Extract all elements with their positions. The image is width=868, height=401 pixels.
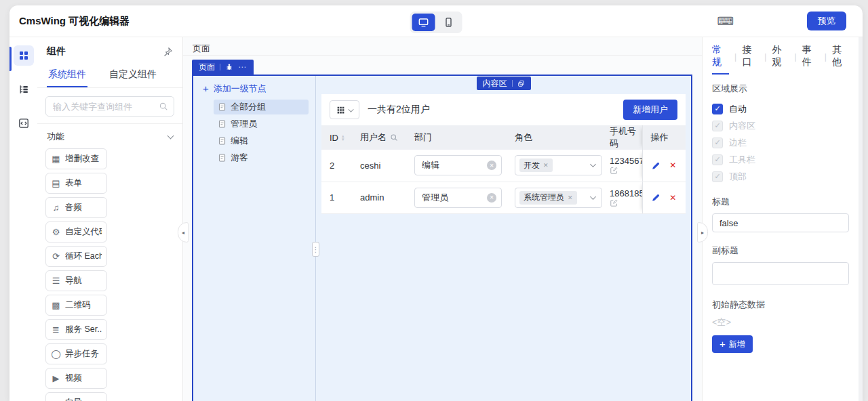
component-item[interactable]: ▶ 视频 bbox=[45, 368, 107, 389]
components-tabs: 系统组件 自定义组件 bbox=[37, 64, 182, 88]
tab-api[interactable]: 接口 bbox=[742, 44, 759, 75]
device-mobile-button[interactable] bbox=[437, 14, 460, 31]
canvas-area-label: 页面 bbox=[183, 37, 702, 56]
column-settings-button[interactable] bbox=[330, 100, 359, 119]
service-icon: ≣ bbox=[51, 324, 61, 335]
role-select[interactable]: 开发 bbox=[515, 155, 602, 175]
monitor-icon bbox=[418, 17, 429, 28]
role-tag: 开发 bbox=[519, 159, 553, 172]
tab-appearance[interactable]: 外观 bbox=[772, 44, 789, 75]
tree-item[interactable]: 游客 bbox=[214, 150, 309, 165]
content-area-badge[interactable]: 内容区 bbox=[477, 77, 531, 90]
edit-cell-icon[interactable] bbox=[610, 198, 642, 207]
editor-window: CmsWing 可视化编辑器 ⌨ 预览 bbox=[9, 5, 863, 401]
component-item[interactable]: ≔ 向导 bbox=[45, 392, 107, 401]
title-input[interactable] bbox=[712, 213, 849, 232]
department-input[interactable] bbox=[415, 192, 476, 203]
page-tabstrip: 页面 ⋯ bbox=[183, 56, 702, 75]
area-display-options: 自动 内容区 边栏 工具栏 bbox=[712, 100, 849, 185]
edit-row-icon[interactable] bbox=[651, 193, 660, 203]
delete-row-icon[interactable] bbox=[669, 193, 676, 203]
tree-item[interactable]: 全部分组 bbox=[214, 100, 309, 114]
tab-system-components[interactable]: 系统组件 bbox=[47, 64, 87, 87]
tab-other[interactable]: 其他 bbox=[832, 44, 849, 75]
app-title: CmsWing 可视化编辑器 bbox=[19, 15, 130, 28]
component-item[interactable]: ◯ 异步任务 bbox=[45, 343, 107, 364]
topbar: CmsWing 可视化编辑器 ⌨ 预览 bbox=[9, 5, 863, 37]
rail-item-outline[interactable] bbox=[14, 79, 34, 100]
edit-cell-icon[interactable] bbox=[610, 166, 642, 175]
checkbox[interactable] bbox=[712, 104, 723, 114]
component-item[interactable]: ▦ 增删改查 bbox=[45, 148, 107, 169]
department-field bbox=[414, 188, 502, 208]
chevron-down-icon bbox=[590, 161, 596, 167]
clear-icon[interactable] bbox=[487, 161, 496, 170]
group-tree-pane: 添加一级节点 全部分组 管理员 bbox=[193, 76, 316, 401]
checkbox-option: 顶部 bbox=[712, 168, 849, 185]
department-input[interactable] bbox=[415, 161, 476, 171]
pin-icon[interactable] bbox=[163, 47, 173, 57]
rail-item-code[interactable] bbox=[14, 113, 34, 133]
checkbox bbox=[712, 121, 723, 131]
checkbox bbox=[712, 138, 723, 148]
keyboard-shortcuts-icon[interactable]: ⌨ bbox=[717, 14, 734, 28]
component-item[interactable]: ♫ 音频 bbox=[45, 197, 107, 218]
checkbox bbox=[712, 171, 723, 182]
document-icon bbox=[218, 153, 226, 163]
table-row: 1 admin 系统管理员 186818510 bbox=[321, 182, 686, 213]
plus-icon bbox=[719, 339, 726, 350]
section-header-features[interactable]: 功能 bbox=[37, 125, 182, 147]
device-desktop-button[interactable] bbox=[412, 14, 435, 31]
role-tag: 系统管理员 bbox=[519, 191, 577, 205]
add-root-node-button[interactable]: 添加一级节点 bbox=[193, 83, 315, 95]
table-row: 2 ceshi 开发 12345678 bbox=[321, 150, 686, 182]
clear-icon[interactable] bbox=[487, 193, 496, 203]
component-search-input[interactable] bbox=[45, 96, 174, 117]
tree-item[interactable]: 编辑 bbox=[214, 133, 309, 148]
sort-icon[interactable] bbox=[342, 134, 344, 141]
table-body: 2 ceshi 开发 12345678 1 bbox=[321, 150, 686, 213]
subtitle-input[interactable] bbox=[712, 262, 849, 285]
component-item[interactable]: ▤ 表单 bbox=[45, 173, 107, 194]
edit-row-icon[interactable] bbox=[651, 161, 660, 171]
tab-general[interactable]: 常规 bbox=[712, 44, 729, 75]
role-select[interactable]: 系统管理员 bbox=[515, 188, 602, 208]
video-icon: ▶ bbox=[51, 373, 61, 383]
left-rail bbox=[9, 37, 37, 401]
async-task-icon: ◯ bbox=[51, 349, 61, 359]
add-user-button[interactable]: 新增用户 bbox=[623, 100, 677, 120]
page-component-frame: 添加一级节点 全部分组 管理员 bbox=[192, 75, 692, 401]
active-rail-indicator bbox=[9, 47, 12, 71]
collapse-left-handle[interactable]: ◂ bbox=[178, 222, 189, 242]
nav-icon: ☰ bbox=[51, 276, 61, 286]
component-item[interactable]: ≣ 服务 Ser... bbox=[45, 319, 107, 340]
tab-events[interactable]: 事件 bbox=[802, 44, 819, 75]
page-tab[interactable]: 页面 ⋯ bbox=[192, 60, 254, 75]
group-tree: 全部分组 管理员 编辑 bbox=[193, 100, 315, 165]
bug-icon[interactable] bbox=[225, 63, 233, 71]
tag-close-icon[interactable] bbox=[568, 194, 573, 201]
tab-divider: | bbox=[825, 52, 827, 66]
component-item[interactable]: ☰ 导航 bbox=[45, 270, 107, 291]
tag-close-icon[interactable] bbox=[543, 162, 549, 169]
inspector-tabs: 常规 | 接口 | 外观 | 事件 | 其他 bbox=[712, 44, 849, 75]
tab-divider: | bbox=[734, 52, 736, 66]
crud-component: 一共有2位用户 新增用户 ID 用户名 部门 角色 bbox=[321, 94, 686, 214]
user-count-summary: 一共有2位用户 bbox=[368, 104, 430, 116]
checkbox-option: 内容区 bbox=[712, 117, 849, 134]
tree-item[interactable]: 管理员 bbox=[214, 117, 309, 131]
add-static-data-button[interactable]: 新增 bbox=[712, 335, 753, 353]
divider-drag-handle[interactable] bbox=[312, 242, 319, 257]
component-item[interactable]: ⚙ 自定义代码 bbox=[45, 221, 107, 242]
tab-custom-components[interactable]: 自定义组件 bbox=[108, 64, 158, 87]
scrollbar-track[interactable] bbox=[859, 37, 863, 401]
component-item[interactable]: ▩ 二维码 bbox=[45, 295, 107, 316]
column-search-icon[interactable] bbox=[390, 133, 398, 142]
more-icon[interactable]: ⋯ bbox=[238, 62, 247, 72]
preview-button[interactable]: 预览 bbox=[807, 12, 846, 30]
chevron-down-icon bbox=[590, 194, 596, 200]
component-item[interactable]: ⟳ 循环 Each bbox=[45, 246, 107, 267]
delete-row-icon[interactable] bbox=[669, 161, 676, 170]
rail-item-components[interactable] bbox=[14, 45, 34, 66]
phone-icon bbox=[443, 17, 454, 28]
